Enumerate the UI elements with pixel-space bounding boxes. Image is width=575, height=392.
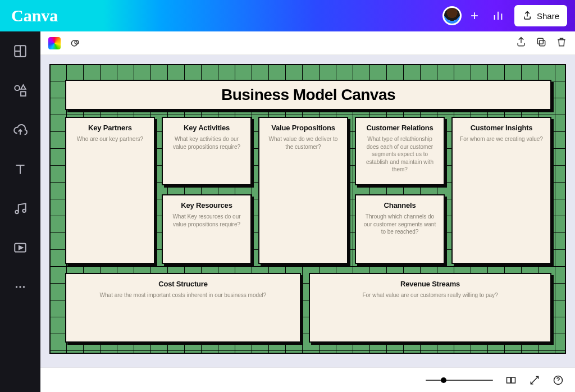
cell-title: Customer Relations xyxy=(366,124,433,132)
templates-tab[interactable] xyxy=(13,44,28,58)
dots-icon xyxy=(13,280,28,294)
cell-channels[interactable]: Channels Through which channels do our c… xyxy=(355,194,445,264)
cell-hint: What type of relathionship does each of … xyxy=(362,135,438,174)
cell-value-propositions[interactable]: Value Propositions What value do we deli… xyxy=(258,117,348,264)
music-icon xyxy=(13,201,28,216)
duplicate-page-button[interactable] xyxy=(536,37,547,50)
cell-title: Customer Insights xyxy=(471,124,533,132)
shapes-icon xyxy=(13,83,28,98)
cell-hint: What Key resources do our value proposit… xyxy=(168,213,245,228)
left-rail xyxy=(0,31,40,392)
canvas-title-box[interactable]: Business Model Canvas xyxy=(65,80,551,110)
context-toolbar xyxy=(40,31,575,55)
cell-hint: What value do we deliver to the customer… xyxy=(265,135,341,151)
cell-hint: What key activities do our value proposi… xyxy=(168,135,245,151)
cell-hint: For whom are we creating value? xyxy=(460,135,543,143)
fullscreen-button[interactable] xyxy=(529,375,540,386)
canvas-title: Business Model Canvas xyxy=(221,86,395,104)
more-tab[interactable] xyxy=(13,280,28,294)
elements-tab[interactable] xyxy=(13,83,28,98)
brand-header: Canva + Share xyxy=(0,0,575,31)
help-icon xyxy=(553,375,564,386)
cell-title: Key Resources xyxy=(181,201,232,209)
svg-rect-10 xyxy=(540,40,545,45)
grid-icon xyxy=(505,375,517,386)
text-icon xyxy=(13,162,28,176)
uploads-tab[interactable] xyxy=(13,122,28,137)
zoom-handle[interactable] xyxy=(441,377,446,383)
cloud-upload-icon xyxy=(13,122,28,137)
svg-point-8 xyxy=(71,40,77,46)
expand-icon xyxy=(529,375,540,386)
circle-overlap-icon xyxy=(70,38,81,49)
cell-title: Revenue Streams xyxy=(400,280,460,288)
svg-point-1 xyxy=(15,85,20,90)
share-label: Share xyxy=(537,11,559,21)
header-actions: + Share xyxy=(442,5,567,26)
artboard[interactable]: Business Model Canvas Key Partners Who a… xyxy=(49,64,566,354)
cell-cost-structure[interactable]: Cost Structure What are the most importa… xyxy=(65,273,301,343)
delete-page-button[interactable] xyxy=(556,37,567,50)
cell-title: Channels xyxy=(384,201,416,209)
canva-logo[interactable]: Canva xyxy=(11,6,58,25)
cell-key-partners[interactable]: Key Partners Who are our key partners? xyxy=(65,117,155,264)
cell-customer-insights[interactable]: Customer Insights For whom are we creati… xyxy=(451,117,551,264)
svg-point-5 xyxy=(16,286,17,288)
chart-bar-icon xyxy=(492,10,504,22)
layout-icon xyxy=(13,44,28,58)
svg-point-6 xyxy=(19,286,21,288)
svg-point-7 xyxy=(23,286,25,288)
svg-rect-12 xyxy=(507,377,511,383)
help-button[interactable] xyxy=(553,375,564,386)
export-button[interactable] xyxy=(515,37,527,50)
cell-title: Value Propositions xyxy=(271,124,335,132)
color-picker-chip[interactable] xyxy=(48,37,61,49)
zoom-slider[interactable] xyxy=(426,380,493,381)
share-button[interactable]: Share xyxy=(514,5,567,26)
cell-key-resources[interactable]: Key Resources What Key resources do our … xyxy=(162,194,252,264)
share-out-icon xyxy=(515,37,527,48)
copy-icon xyxy=(536,37,547,48)
svg-rect-13 xyxy=(512,377,515,383)
cell-hint: Through which channels do our customer s… xyxy=(362,213,438,236)
upload-icon xyxy=(522,11,532,21)
cell-title: Cost Structure xyxy=(158,280,208,288)
videos-tab[interactable] xyxy=(13,240,28,255)
svg-point-2 xyxy=(15,211,18,213)
text-tab[interactable] xyxy=(13,162,28,176)
svg-point-3 xyxy=(22,209,25,212)
bottom-bar xyxy=(40,367,575,392)
cell-title: Key Partners xyxy=(88,124,132,132)
trash-icon xyxy=(556,37,567,48)
cell-revenue-streams[interactable]: Revenue Streams For what value are our c… xyxy=(309,273,551,343)
video-icon xyxy=(13,240,28,255)
effects-button[interactable] xyxy=(70,38,81,49)
audio-tab[interactable] xyxy=(13,201,28,216)
cell-hint: For what value are our customers really … xyxy=(362,291,498,299)
cell-hint: Who are our key partners? xyxy=(77,135,143,143)
grid-view-button[interactable] xyxy=(505,375,517,386)
insights-button[interactable] xyxy=(487,5,509,26)
cell-key-activities[interactable]: Key Activities What key activities do ou… xyxy=(162,117,252,185)
avatar[interactable] xyxy=(442,6,462,25)
stage[interactable]: Business Model Canvas Key Partners Who a… xyxy=(40,55,575,367)
cell-title: Key Activities xyxy=(184,124,230,132)
create-design-button[interactable]: + xyxy=(467,6,482,25)
svg-rect-11 xyxy=(537,38,543,44)
cell-customer-relations[interactable]: Customer Relations What type of relathio… xyxy=(355,117,445,185)
cell-hint: What are the most important costs inhere… xyxy=(100,291,267,299)
